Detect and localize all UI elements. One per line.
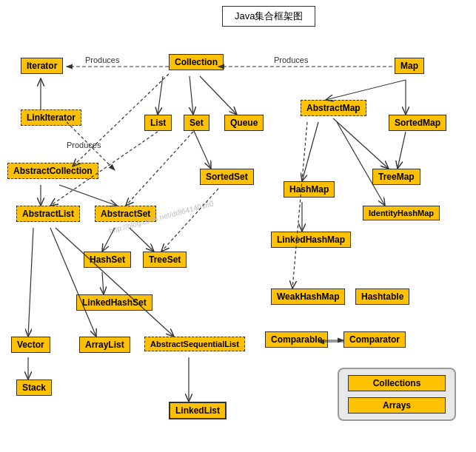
node-abstractmap: AbstractMap (301, 100, 366, 116)
node-treeset: TreeSet (143, 252, 187, 268)
node-comparator: Comparator (343, 331, 406, 348)
title-node: Java集合框架图 (222, 6, 315, 27)
svg-line-18 (102, 272, 104, 294)
node-comparable: Comparable (265, 331, 328, 348)
svg-text:Produces: Produces (85, 55, 120, 64)
svg-line-10 (326, 80, 406, 100)
svg-line-26 (56, 228, 174, 337)
node-hashmap: HashMap (284, 181, 335, 198)
svg-line-23 (292, 122, 307, 289)
node-queue: Queue (224, 115, 264, 131)
svg-line-32 (126, 132, 193, 206)
node-abstractlist: AbstractList (16, 206, 80, 222)
svg-line-25 (50, 228, 96, 337)
node-linkedhashmap: LinkedHashMap (271, 232, 351, 248)
svg-line-17 (130, 228, 154, 252)
node-map: Map (395, 58, 424, 74)
node-linkedhashset: LinkedHashSet (76, 294, 152, 311)
node-stack: Stack (16, 380, 52, 396)
svg-line-13 (59, 185, 117, 206)
node-set: Set (184, 115, 209, 131)
node-abstractset: AbstractSet (95, 206, 156, 222)
node-sortedset: SortedSet (200, 169, 254, 185)
node-arrays: Arrays (348, 397, 446, 414)
node-abstractsequentiallist: AbstractSequentialList (144, 337, 245, 351)
node-sortedmap: SortedMap (389, 115, 446, 131)
svg-line-15 (193, 129, 211, 169)
node-identityhashmap: IdentityHashMap (363, 206, 440, 220)
svg-line-8 (190, 76, 193, 115)
svg-line-24 (28, 228, 33, 337)
svg-text:Produces: Produces (67, 141, 101, 149)
node-treemap: TreeMap (372, 169, 420, 185)
diagram-container: Java集合框架图 Iterator Collection Map LinkIt… (0, 0, 476, 452)
svg-line-9 (200, 76, 237, 115)
svg-line-7 (158, 76, 163, 115)
node-collections: Collections (348, 375, 446, 391)
node-hashset: HashSet (84, 252, 131, 268)
node-linkiterator: LinkIterator (21, 109, 81, 126)
node-hashtable: Hashtable (355, 289, 409, 305)
svg-line-33 (398, 132, 406, 169)
svg-text:Produces: Produces (274, 55, 309, 64)
svg-line-20 (333, 118, 389, 169)
node-list: List (144, 115, 172, 131)
node-collection: Collection (169, 54, 224, 70)
node-linkedlist: LinkedList (169, 402, 227, 419)
node-iterator: Iterator (21, 58, 63, 74)
node-abstractcollection: AbstractCollection (7, 163, 98, 179)
node-arraylist: ArrayList (79, 337, 130, 353)
svg-line-19 (302, 122, 318, 181)
svg-line-21 (337, 122, 385, 206)
svg-line-34 (161, 189, 218, 252)
svg-line-16 (102, 228, 115, 252)
legend-box: Collections Arrays (338, 368, 456, 421)
node-vector: Vector (11, 337, 50, 353)
node-weakhashmap: WeakHashMap (271, 289, 345, 305)
